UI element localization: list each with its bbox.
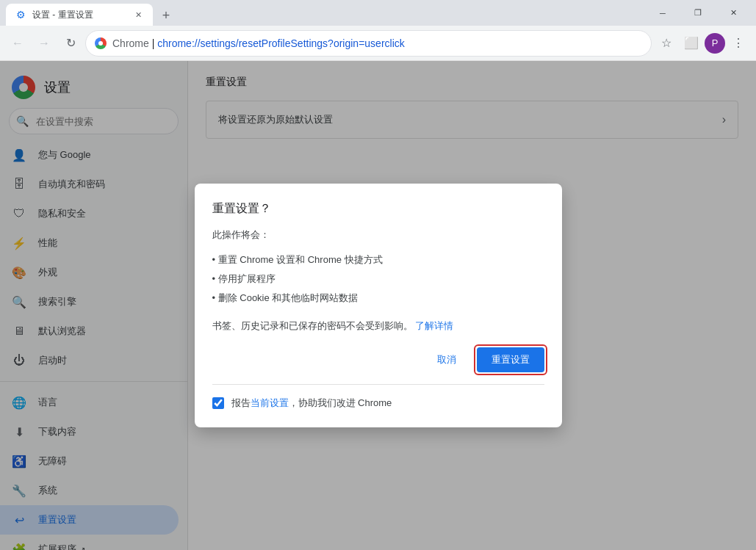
dialog-checkbox-row: 报告当前设置，协助我们改进 Chrome (212, 384, 544, 410)
dialog-note: 书签、历史记录和已保存的密码不会受到影响。 了解详情 (212, 319, 544, 333)
nav-bar: ← → ↻ Chrome | chrome://settings/resetPr… (0, 26, 756, 61)
reset-button-wrapper: 重置设置 (477, 347, 544, 372)
screenshot-button[interactable]: ⬜ (680, 32, 703, 55)
list-item-1: • 重置 Chrome 设置和 Chrome 快捷方式 (212, 250, 544, 269)
checkbox-prefix: 报告 (231, 397, 251, 408)
active-tab[interactable]: ⚙ 设置 - 重置设置 ✕ (6, 4, 153, 26)
new-tab-button[interactable]: + (156, 5, 176, 26)
restore-button[interactable]: ❐ (681, 0, 715, 26)
settings-icon: ⚙ (16, 9, 26, 21)
title-bar: ⚙ 设置 - 重置设置 ✕ + ─ ❐ ✕ (0, 0, 756, 26)
tab-close-button[interactable]: ✕ (132, 9, 144, 21)
menu-button[interactable]: ⋮ (727, 32, 750, 55)
address-url: chrome://settings/resetProfileSettings?o… (157, 37, 405, 49)
bookmark-button[interactable]: ☆ (655, 32, 678, 55)
forward-button[interactable]: → (32, 32, 56, 55)
reset-dialog: 重置设置？ 此操作将会： • 重置 Chrome 设置和 Chrome 快捷方式… (195, 184, 562, 427)
reset-button[interactable]: 重置设置 (477, 347, 544, 372)
address-text: Chrome | chrome://settings/resetProfileS… (112, 37, 642, 49)
address-chrome-label: Chrome (112, 37, 149, 49)
profile-button[interactable]: P (705, 33, 725, 54)
note-text: 书签、历史记录和已保存的密码不会受到影响。 (212, 320, 413, 331)
tab-area: ⚙ 设置 - 重置设置 ✕ + (6, 0, 640, 26)
tab-favicon: ⚙ (15, 9, 26, 21)
modal-overlay: 重置设置？ 此操作将会： • 重置 Chrome 设置和 Chrome 快捷方式… (0, 61, 756, 550)
checkbox-suffix: ，协助我们改进 Chrome (289, 397, 392, 408)
learn-more-link[interactable]: 了解详情 (415, 320, 453, 331)
back-button[interactable]: ← (6, 32, 29, 55)
reload-button[interactable]: ↻ (59, 32, 82, 55)
current-settings-link[interactable]: 当前设置 (251, 397, 289, 408)
dialog-list: • 重置 Chrome 设置和 Chrome 快捷方式 • 停用扩展程序 • 删… (212, 250, 544, 308)
minimize-button[interactable]: ─ (646, 0, 680, 26)
nav-right-buttons: ☆ ⬜ P ⋮ (655, 32, 750, 55)
tab-title: 设置 - 重置设置 (32, 9, 126, 21)
chrome-logo-icon (95, 37, 107, 49)
report-checkbox[interactable] (212, 397, 224, 409)
address-favicon (95, 37, 107, 49)
list-item-3: • 删除 Cookie 和其他临时网站数据 (212, 289, 544, 308)
address-bar[interactable]: Chrome | chrome://settings/resetProfileS… (85, 30, 652, 57)
cancel-button[interactable]: 取消 (422, 347, 471, 372)
dialog-actions: 取消 重置设置 (212, 347, 544, 372)
dialog-desc: 此操作将会： (212, 228, 544, 242)
close-button[interactable]: ✕ (716, 0, 750, 26)
list-item-2: • 停用扩展程序 (212, 269, 544, 289)
window-controls: ─ ❐ ✕ (646, 0, 750, 26)
checkbox-label: 报告当前设置，协助我们改进 Chrome (231, 397, 392, 410)
dialog-title: 重置设置？ (212, 201, 544, 217)
